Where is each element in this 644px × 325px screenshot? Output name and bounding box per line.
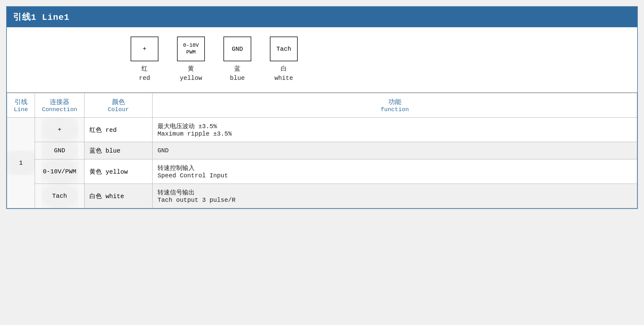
connector-en-plus: red	[139, 75, 150, 82]
data-table: 引线 Line 连接器 Connection 颜色 Colour 功能 func…	[7, 93, 637, 208]
td-connection: Tach	[35, 184, 84, 208]
td-func-en: Speed Control Input	[158, 172, 632, 179]
td-colour: 黄色 yellow	[84, 159, 153, 184]
td-colour: 白色 white	[84, 184, 153, 208]
table-row: GND蓝色 blueGND	[7, 142, 637, 159]
th-colour-en: Colour	[89, 106, 147, 113]
td-function: GND	[153, 142, 637, 159]
th-func-en: function	[158, 106, 632, 113]
td-line: 1	[7, 118, 35, 208]
connector-label-tach: 白 white	[274, 64, 293, 83]
connector-box-plus: +	[131, 37, 158, 61]
td-colour: 红色 red	[84, 118, 153, 142]
table-row: Tach白色 white转速信号输出Tach output 3 pulse/R	[7, 184, 637, 208]
section-title: 引线1 Line1	[13, 13, 70, 22]
table-row: 1+红色 red最大电压波动 ±3.5%Maximum ripple ±3.5%	[7, 118, 637, 142]
connector-zh-tach: 白	[281, 65, 287, 72]
connector-pwm: 0-10VPWM 黄 yellow	[177, 37, 205, 83]
th-line: 引线 Line	[7, 93, 35, 118]
connector-group: + 红 red 0-10VPWM 黄 yellow GND	[131, 37, 298, 83]
connector-symbol-pwm: 0-10VPWM	[183, 42, 199, 56]
th-colour-zh: 颜色	[89, 98, 147, 106]
table-row: 0-10V/PWM黄色 yellow转速控制输入Speed Control In…	[7, 159, 637, 184]
td-function: 转速控制输入Speed Control Input	[153, 159, 637, 184]
td-connection: GND	[35, 142, 84, 159]
td-func-zh: 转速信号输出	[158, 188, 632, 197]
td-func-zh: 转速控制输入	[158, 164, 632, 172]
td-connection: +	[35, 118, 84, 142]
th-conn-zh: 连接器	[40, 98, 79, 106]
th-func-zh: 功能	[158, 98, 632, 106]
connector-symbol-plus: +	[143, 46, 146, 53]
td-func-en: Tach output 3 pulse/R	[158, 197, 632, 204]
td-connection: 0-10V/PWM	[35, 159, 84, 184]
connector-plus: + 红 red	[131, 37, 158, 83]
connector-label-gnd: 蓝 blue	[230, 64, 245, 83]
connector-symbol-tach: Tach	[276, 46, 291, 53]
connector-en-tach: white	[274, 75, 293, 82]
connector-box-gnd: GND	[223, 37, 251, 61]
connector-en-gnd: blue	[230, 75, 245, 82]
th-conn-en: Connection	[40, 106, 79, 113]
diagram-row: + 红 red 0-10VPWM 黄 yellow GND	[7, 27, 637, 93]
td-function: 转速信号输出Tach output 3 pulse/R	[153, 184, 637, 208]
connector-zh-gnd: 蓝	[234, 65, 240, 72]
connector-symbol-gnd: GND	[232, 46, 243, 53]
connector-zh-plus: 红	[141, 65, 148, 72]
td-function: 最大电压波动 ±3.5%Maximum ripple ±3.5%	[153, 118, 637, 142]
connector-en-pwm: yellow	[180, 75, 202, 82]
connector-tach: Tach 白 white	[270, 37, 298, 83]
td-func-zh: 最大电压波动 ±3.5%	[158, 122, 632, 130]
section-header: 引线1 Line1	[7, 7, 637, 27]
connector-box-tach: Tach	[270, 37, 298, 61]
connector-gnd: GND 蓝 blue	[223, 37, 251, 83]
th-line-en: Line	[12, 106, 30, 113]
connector-label-pwm: 黄 yellow	[180, 64, 202, 83]
th-line-zh: 引线	[12, 98, 30, 106]
th-colour: 颜色 Colour	[84, 93, 153, 118]
td-func-zh: GND	[158, 147, 632, 154]
th-function: 功能 function	[153, 93, 637, 118]
connector-box-pwm: 0-10VPWM	[177, 37, 205, 61]
connector-label-plus: 红 red	[139, 64, 150, 83]
main-table-wrapper: 引线1 Line1 + 红 red 0-10VPWM 黄 yellow	[6, 6, 638, 209]
connector-zh-pwm: 黄	[188, 65, 194, 72]
td-func-en: Maximum ripple ±3.5%	[158, 130, 632, 137]
th-connection: 连接器 Connection	[35, 93, 84, 118]
td-colour: 蓝色 blue	[84, 142, 153, 159]
